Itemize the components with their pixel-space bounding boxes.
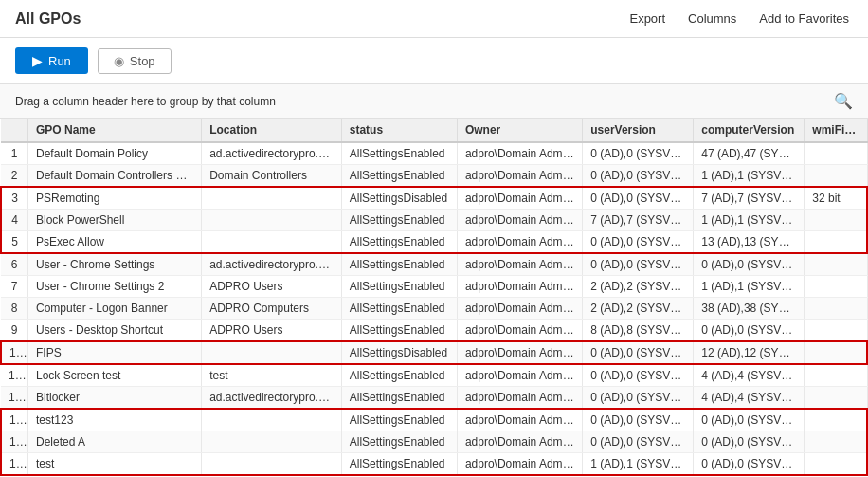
cell-user-version: 2 (AD),2 (SYSVOL) bbox=[583, 298, 694, 320]
cell-status: AllSettingsEnabled bbox=[341, 409, 457, 431]
export-button[interactable]: Export bbox=[625, 9, 669, 28]
cell-location: ADPRO Users bbox=[202, 276, 342, 298]
cell-wmi-filter bbox=[805, 453, 867, 476]
table-row[interactable]: 1Default Domain Policyad.activedirectory… bbox=[1, 142, 867, 165]
cell-user-version: 0 (AD),0 (SYSVOL) bbox=[583, 341, 694, 364]
cell-owner: adpro\Domain Admins bbox=[457, 165, 582, 188]
group-bar-text: Drag a column header here to group by th… bbox=[15, 95, 276, 108]
cell-num: 4 bbox=[1, 210, 27, 231]
col-header-gpo[interactable]: GPO Name bbox=[27, 119, 201, 142]
cell-status: AllSettingsEnabled bbox=[341, 210, 457, 231]
cell-status: AllSettingsEnabled bbox=[341, 364, 457, 387]
cell-computer-version: 1 (AD),1 (SYSVOL) bbox=[694, 165, 805, 188]
col-header-location[interactable]: Location bbox=[202, 119, 342, 142]
cell-location bbox=[202, 210, 342, 231]
table-row[interactable]: 9Users - Desktop ShortcutADPRO UsersAllS… bbox=[1, 320, 867, 342]
cell-computer-version: 13 (AD),13 (SYSVOL) bbox=[694, 231, 805, 254]
cell-wmi-filter bbox=[805, 431, 867, 453]
cell-num: 13 bbox=[1, 409, 27, 431]
table-container: GPO Name Location status Owner userVersi… bbox=[0, 119, 868, 477]
cell-gpo-name: Bitlocker bbox=[27, 387, 201, 410]
table-row[interactable]: 10FIPSAllSettingsDisabledadpro\Domain Ad… bbox=[1, 341, 867, 364]
cell-status: AllSettingsDisabled bbox=[341, 187, 457, 210]
cell-gpo-name: Deleted A bbox=[27, 431, 201, 453]
table-row[interactable]: 2Default Domain Controllers PolicyDomain… bbox=[1, 165, 867, 188]
col-header-status[interactable]: status bbox=[341, 119, 457, 142]
cell-wmi-filter bbox=[805, 387, 867, 410]
cell-status: AllSettingsEnabled bbox=[341, 253, 457, 276]
cell-owner: adpro\Domain Admins bbox=[457, 253, 582, 276]
cell-gpo-name: Block PowerShell bbox=[27, 210, 201, 231]
cell-user-version: 1 (AD),1 (SYSVOL) bbox=[583, 453, 694, 476]
table-row[interactable]: 7User - Chrome Settings 2ADPRO UsersAllS… bbox=[1, 276, 867, 298]
search-button[interactable]: 🔍 bbox=[834, 92, 853, 110]
cell-gpo-name: Default Domain Policy bbox=[27, 142, 201, 165]
cell-status: AllSettingsEnabled bbox=[341, 387, 457, 410]
cell-wmi-filter bbox=[805, 409, 867, 431]
cell-computer-version: 1 (AD),1 (SYSVOL) bbox=[694, 276, 805, 298]
stop-label: Stop bbox=[130, 54, 155, 68]
cell-user-version: 8 (AD),8 (SYSVOL) bbox=[583, 320, 694, 342]
cell-user-version: 0 (AD),0 (SYSVOL) bbox=[583, 409, 694, 431]
col-header-wmi[interactable]: wmiFilter bbox=[805, 119, 867, 142]
cell-location bbox=[202, 431, 342, 453]
table-row[interactable]: 4Block PowerShellAllSettingsEnabledadpro… bbox=[1, 210, 867, 231]
cell-location: ad.activedirectorypro.com bbox=[202, 142, 342, 165]
stop-icon: ◉ bbox=[114, 54, 124, 68]
run-button[interactable]: ▶ Run bbox=[15, 47, 88, 74]
cell-status: AllSettingsEnabled bbox=[341, 231, 457, 254]
cell-gpo-name: FIPS bbox=[27, 341, 201, 364]
table-row[interactable]: 8Computer - Logon BannerADPRO ComputersA… bbox=[1, 298, 867, 320]
cell-wmi-filter bbox=[805, 142, 867, 165]
cell-owner: adpro\Domain Admins bbox=[457, 409, 582, 431]
table-row[interactable]: 6User - Chrome Settingsad.activedirector… bbox=[1, 253, 867, 276]
col-header-uver[interactable]: userVersion bbox=[583, 119, 694, 142]
cell-num: 7 bbox=[1, 276, 27, 298]
table-row[interactable]: 13test123AllSettingsEnabledadpro\Domain … bbox=[1, 409, 867, 431]
cell-gpo-name: Users - Desktop Shortcut bbox=[27, 320, 201, 342]
cell-gpo-name: Default Domain Controllers Policy bbox=[27, 165, 201, 188]
cell-owner: adpro\Domain Admins bbox=[457, 276, 582, 298]
cell-owner: adpro\Domain Admins bbox=[457, 364, 582, 387]
run-label: Run bbox=[48, 54, 71, 68]
cell-user-version: 0 (AD),0 (SYSVOL) bbox=[583, 231, 694, 254]
cell-num: 15 bbox=[1, 453, 27, 476]
cell-num: 1 bbox=[1, 142, 27, 165]
cell-num: 3 bbox=[1, 187, 27, 210]
col-header-owner[interactable]: Owner bbox=[457, 119, 582, 142]
table-row[interactable]: 5PsExec AllowAllSettingsEnabledadpro\Dom… bbox=[1, 231, 867, 254]
run-icon: ▶ bbox=[32, 53, 43, 68]
cell-wmi-filter bbox=[805, 165, 867, 188]
search-icon: 🔍 bbox=[834, 93, 853, 109]
cell-gpo-name: User - Chrome Settings 2 bbox=[27, 276, 201, 298]
stop-button[interactable]: ◉ Stop bbox=[98, 48, 172, 74]
gpo-table: GPO Name Location status Owner userVersi… bbox=[0, 119, 868, 476]
cell-num: 8 bbox=[1, 298, 27, 320]
cell-status: AllSettingsEnabled bbox=[341, 298, 457, 320]
cell-owner: adpro\Domain Admins bbox=[457, 210, 582, 231]
cell-gpo-name: test123 bbox=[27, 409, 201, 431]
table-row[interactable]: 3PSRemotingAllSettingsDisabledadpro\Doma… bbox=[1, 187, 867, 210]
cell-computer-version: 7 (AD),7 (SYSVOL) bbox=[694, 187, 805, 210]
col-header-num[interactable] bbox=[1, 119, 27, 142]
cell-user-version: 0 (AD),0 (SYSVOL) bbox=[583, 142, 694, 165]
cell-wmi-filter bbox=[805, 231, 867, 254]
cell-user-version: 0 (AD),0 (SYSVOL) bbox=[583, 165, 694, 188]
cell-num: 5 bbox=[1, 231, 27, 254]
page-title: All GPOs bbox=[15, 10, 81, 28]
cell-owner: adpro\Domain Admins bbox=[457, 387, 582, 410]
columns-button[interactable]: Columns bbox=[684, 9, 740, 28]
cell-num: 14 bbox=[1, 431, 27, 453]
cell-num: 6 bbox=[1, 253, 27, 276]
table-row[interactable]: 11Lock Screen testtestAllSettingsEnabled… bbox=[1, 364, 867, 387]
col-header-cver[interactable]: computerVersion bbox=[694, 119, 805, 142]
cell-wmi-filter bbox=[805, 210, 867, 231]
cell-location bbox=[202, 231, 342, 254]
cell-num: 9 bbox=[1, 320, 27, 342]
table-row[interactable]: 14Deleted AAllSettingsEnabledadpro\Domai… bbox=[1, 431, 867, 453]
table-row[interactable]: 15testAllSettingsEnabledadpro\Domain Adm… bbox=[1, 453, 867, 476]
add-to-favorites-button[interactable]: Add to Favorites bbox=[755, 9, 853, 28]
cell-location bbox=[202, 453, 342, 476]
cell-owner: adpro\Domain Admins bbox=[457, 453, 582, 476]
table-row[interactable]: 12Bitlockerad.activedirectorypro.comAllS… bbox=[1, 387, 867, 410]
